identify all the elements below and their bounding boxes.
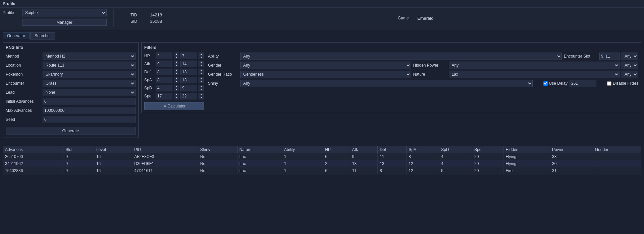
divider-1 (113, 9, 114, 27)
hp-max-spin: ▲ ▼ (199, 53, 204, 59)
def-max-input[interactable] (180, 69, 197, 75)
spd-max-input[interactable] (180, 85, 197, 91)
table-cell: 47D11611 (132, 167, 198, 174)
hp-max-input[interactable] (180, 53, 197, 59)
table-row[interactable]: 7540283691647D11611NoLax1611812520Fire31… (3, 167, 641, 174)
spe-min-input[interactable] (156, 93, 172, 99)
table-cell: 2 (323, 160, 350, 167)
table-cell: 11 (350, 167, 377, 174)
encounter-slot-right-select[interactable]: Any (622, 53, 638, 60)
tab-generator[interactable]: Generator (3, 32, 30, 40)
filters-title: Filters (144, 45, 638, 50)
atk-max-down[interactable]: ▼ (199, 64, 204, 67)
spa-min-up[interactable]: ▲ (174, 77, 179, 80)
spd-min-up[interactable]: ▲ (174, 85, 179, 88)
def-min-down[interactable]: ▼ (174, 72, 179, 75)
gender-ratio-select[interactable]: Genderless (240, 71, 411, 78)
hp-min-down[interactable]: ▼ (174, 56, 179, 59)
table-cell: 16 (94, 160, 132, 167)
divider-2 (381, 9, 381, 27)
atk-max-spin: ▲ ▼ (199, 61, 204, 67)
col-shiny: Shiny (198, 146, 237, 153)
atk-max-input[interactable] (180, 61, 197, 67)
hp-min-up[interactable]: ▲ (174, 53, 179, 56)
generate-button[interactable]: Generate (6, 127, 136, 135)
spa-max-up[interactable]: ▲ (199, 77, 204, 80)
nature-right-select[interactable]: Any (622, 71, 638, 78)
pokemon-select[interactable]: Skarmory (43, 71, 136, 78)
method-select[interactable]: Method H2 (43, 53, 136, 60)
spa-min-input[interactable] (156, 77, 172, 83)
col-hp: HP (323, 146, 350, 153)
iv-label-spe: Spe (144, 94, 154, 98)
seed-input[interactable] (43, 116, 136, 123)
table-cell: 9 (350, 153, 377, 160)
col-atk: Atk (350, 146, 377, 153)
spa-max-spin: ▲ ▼ (199, 77, 204, 83)
ability-select[interactable]: Any (240, 53, 562, 60)
pokemon-row: Pokémon Skarmory (6, 71, 136, 78)
max-advances-input[interactable] (43, 107, 136, 114)
lead-select[interactable]: None (43, 89, 136, 96)
hidden-power-right-select[interactable]: Any (622, 62, 638, 69)
atk-min-down[interactable]: ▼ (174, 64, 179, 67)
spe-max-up[interactable]: ▲ (199, 93, 204, 96)
spd-min-down[interactable]: ▼ (174, 88, 179, 91)
spe-max-input[interactable] (180, 93, 197, 99)
spa-min-spin: ▲ ▼ (174, 77, 179, 83)
ability-filter-label: Ability (208, 54, 238, 59)
game-label: Game (398, 16, 415, 20)
atk-max-up[interactable]: ▲ (199, 61, 204, 64)
spe-min-up[interactable]: ▲ (174, 93, 179, 96)
gender-filter-row: Gender Any Hidden Power Any Any (208, 62, 638, 69)
hp-min-input[interactable] (156, 53, 172, 59)
col-pid: PID (132, 146, 198, 153)
table-cell: 16 (94, 167, 132, 174)
title-bar: Profile (0, 0, 644, 8)
table-row[interactable]: 34911962916D39FD6E1NoLax12131312420Flyin… (3, 160, 641, 167)
col-power: Power (550, 146, 593, 153)
spd-min-input[interactable] (156, 85, 172, 91)
use-delay-checkbox[interactable] (543, 81, 548, 86)
table-cell: 20 (472, 167, 503, 174)
location-select[interactable]: Route 113 (43, 62, 136, 69)
table-cell: - (593, 167, 641, 174)
tab-searcher[interactable]: Searcher (30, 32, 55, 40)
spa-max-down[interactable]: ▼ (199, 80, 204, 83)
spe-min-down[interactable]: ▼ (174, 96, 179, 99)
iv-calculator-button[interactable]: IV Calculator (144, 102, 204, 110)
encounter-select[interactable]: Grass (43, 80, 136, 87)
tab-bar: Generator Searcher (0, 30, 644, 40)
spd-max-up[interactable]: ▲ (199, 85, 204, 88)
encounter-slot-input[interactable] (599, 53, 620, 60)
hidden-power-select[interactable]: Any (449, 62, 620, 69)
def-min-up[interactable]: ▲ (174, 69, 179, 72)
profile-select[interactable]: Saiphel (22, 9, 107, 16)
use-delay-input[interactable] (570, 80, 596, 87)
table-row[interactable]: 26510700916AF2E3CF3NoLax169118420Flying3… (3, 153, 641, 160)
spa-max-input[interactable] (180, 77, 197, 83)
table-cell: 12 (407, 160, 439, 167)
def-min-input[interactable] (156, 69, 172, 75)
disable-filters-checkbox[interactable] (607, 81, 611, 86)
col-def: Def (378, 146, 407, 153)
table-cell: 8 (378, 167, 407, 174)
spe-max-down[interactable]: ▼ (199, 96, 204, 99)
table-cell: No (198, 160, 237, 167)
hp-max-down[interactable]: ▼ (199, 56, 204, 59)
atk-min-input[interactable] (156, 61, 172, 67)
hp-max-up[interactable]: ▲ (199, 53, 204, 56)
disable-filters-label: Disable Filters (607, 81, 638, 86)
gender-select[interactable]: Any (240, 62, 411, 69)
atk-min-up[interactable]: ▲ (174, 61, 179, 64)
def-max-down[interactable]: ▼ (199, 72, 204, 75)
spd-max-down[interactable]: ▼ (199, 88, 204, 91)
spa-min-down[interactable]: ▼ (174, 80, 179, 83)
table-cell: 11 (378, 153, 407, 160)
def-max-up[interactable]: ▲ (199, 69, 204, 72)
nature-select[interactable]: Lax (449, 71, 620, 78)
manager-button[interactable]: Manager (22, 19, 107, 26)
initial-advances-input[interactable] (43, 98, 136, 105)
table-cell: 34911962 (3, 160, 63, 167)
shiny-select[interactable]: Any (240, 80, 533, 87)
